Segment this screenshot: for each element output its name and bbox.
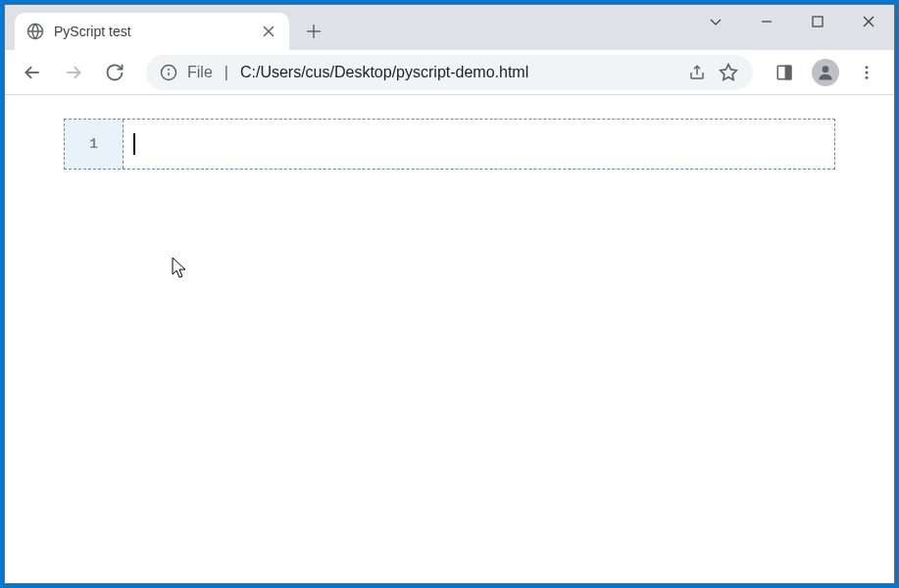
- side-panel-icon[interactable]: [767, 55, 802, 90]
- tab-title: PyScript test: [54, 24, 250, 39]
- browser-tab[interactable]: PyScript test: [15, 13, 289, 50]
- close-window-button[interactable]: [843, 5, 894, 38]
- toolbar: File | C:/Users/cus/Desktop/pyscript-dem…: [5, 50, 894, 95]
- svg-point-20: [823, 66, 829, 73]
- line-gutter: 1: [65, 120, 124, 169]
- profile-avatar-icon: [812, 59, 839, 86]
- svg-marker-16: [721, 64, 737, 79]
- svg-rect-7: [813, 17, 823, 26]
- svg-point-21: [866, 66, 869, 69]
- svg-point-14: [169, 69, 170, 70]
- mouse-cursor-icon: [172, 257, 189, 284]
- minimize-button[interactable]: [741, 5, 792, 38]
- address-separator: |: [225, 64, 228, 81]
- page-content: 1: [5, 95, 894, 583]
- close-tab-button[interactable]: [260, 23, 277, 40]
- address-bar[interactable]: File | C:/Users/cus/Desktop/pyscript-dem…: [146, 55, 753, 90]
- address-prefix: File: [187, 64, 213, 81]
- info-icon[interactable]: [160, 64, 177, 81]
- code-editor[interactable]: 1: [64, 119, 835, 170]
- new-tab-button[interactable]: [299, 17, 328, 46]
- reload-button[interactable]: [97, 55, 132, 90]
- chevron-down-icon[interactable]: [690, 5, 741, 38]
- forward-button[interactable]: [56, 55, 91, 90]
- share-icon[interactable]: [686, 62, 708, 83]
- svg-point-23: [866, 75, 869, 78]
- browser-window: PyScript test: [4, 4, 895, 584]
- titlebar: PyScript test: [5, 5, 894, 50]
- address-url: C:/Users/cus/Desktop/pyscript-demo.html: [240, 64, 676, 81]
- maximize-button[interactable]: [792, 5, 843, 38]
- profile-button[interactable]: [808, 55, 843, 90]
- menu-button[interactable]: [849, 55, 884, 90]
- svg-point-22: [866, 71, 869, 74]
- bookmark-icon[interactable]: [718, 62, 739, 83]
- svg-rect-19: [786, 66, 791, 79]
- line-number: 1: [89, 136, 98, 153]
- window-controls: [690, 5, 894, 38]
- code-input-area[interactable]: [124, 120, 834, 169]
- globe-icon: [26, 23, 44, 40]
- text-cursor: [133, 133, 135, 155]
- back-button[interactable]: [15, 55, 50, 90]
